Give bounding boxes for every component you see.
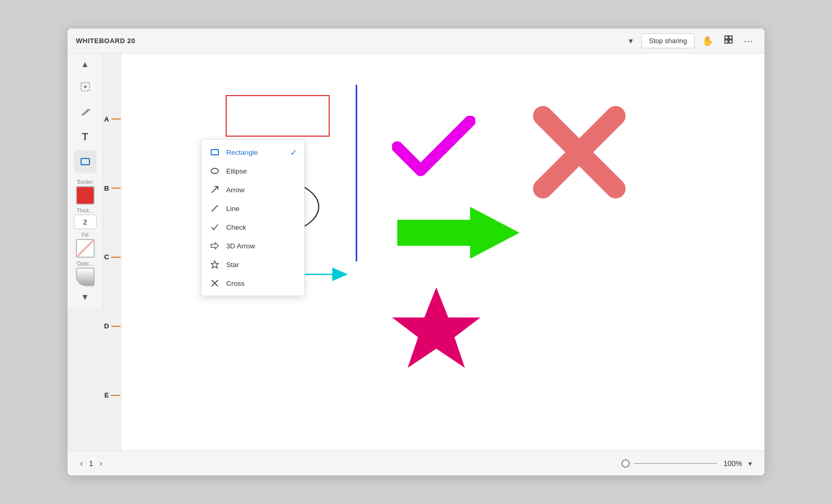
page-navigation: ‹ 1 ›	[80, 459, 102, 468]
fill-color-swatch[interactable]	[76, 239, 95, 258]
shape-checkmark[interactable]	[392, 116, 475, 180]
pen-tool[interactable]	[74, 100, 97, 123]
app-window: WHITEBOARD 20 ▾ Stop sharing ✋ ⋯ ▲	[68, 29, 764, 475]
dropdown-item-arrow[interactable]: Arrow	[201, 180, 304, 199]
label-e-line	[111, 395, 120, 396]
opacity-swatch[interactable]	[76, 268, 95, 286]
check-icon	[210, 222, 220, 232]
text-tool[interactable]: T	[74, 125, 97, 148]
label-e-row: E	[105, 391, 121, 399]
svg-line-16	[212, 187, 218, 193]
dropdown-item-rectangle[interactable]: Rectangle ✓	[201, 143, 304, 162]
canvas-content: Rectangle ✓ Ellipse	[122, 54, 764, 450]
dropdown-item-star[interactable]: Star	[201, 255, 304, 274]
tools-panel: ▲ T	[68, 54, 103, 308]
svg-marker-19	[211, 261, 218, 268]
svg-point-5	[84, 86, 86, 88]
rectangle-icon	[210, 147, 220, 157]
shape-rectangle[interactable]	[226, 95, 330, 137]
zoom-dropdown-button[interactable]: ▾	[748, 459, 752, 468]
star-icon	[210, 259, 220, 270]
rectangle-label: Rectangle	[226, 149, 258, 156]
svg-rect-1	[729, 36, 732, 39]
label-c-row: C	[104, 253, 120, 261]
label-a-row: A	[104, 115, 120, 123]
svg-rect-14	[211, 150, 218, 155]
title-bar: WHITEBOARD 20 ▾ Stop sharing ✋ ⋯	[68, 29, 764, 54]
label-c: C	[104, 253, 109, 261]
dropdown-item-cross[interactable]: Cross	[201, 274, 304, 293]
sidebar: ▲ T	[68, 54, 103, 450]
svg-marker-18	[211, 243, 218, 249]
fill-label: Fill	[82, 232, 88, 238]
check-label: Check	[226, 223, 246, 231]
prev-page-button[interactable]: ‹	[80, 459, 83, 468]
shape-vertical-line[interactable]	[356, 85, 357, 261]
more-options-button[interactable]: ⋯	[740, 33, 756, 49]
3d-arrow-label: 3D Arrow	[226, 242, 255, 250]
dropdown-item-line[interactable]: Line	[201, 199, 304, 218]
hand-tool-button[interactable]: ✋	[699, 33, 717, 49]
svg-marker-10	[397, 207, 519, 259]
whiteboard-title: WHITEBOARD 20	[76, 37, 625, 45]
dropdown-item-3d-arrow[interactable]: 3D Arrow	[201, 236, 304, 255]
label-a: A	[104, 115, 109, 123]
label-d-row: D	[104, 322, 120, 330]
cross-icon	[210, 278, 220, 288]
canvas-area[interactable]: Rectangle ✓ Ellipse	[122, 54, 764, 450]
svg-rect-7	[81, 158, 89, 165]
chevron-down-button[interactable]: ▾	[625, 34, 637, 48]
dropdown-item-check[interactable]: Check	[201, 218, 304, 236]
shape-cross[interactable]	[532, 105, 626, 201]
3d-arrow-icon	[210, 241, 220, 251]
border-label: Border	[77, 179, 93, 185]
svg-line-17	[212, 205, 218, 211]
label-b-row: B	[104, 184, 120, 192]
arrow-icon	[210, 184, 220, 195]
shape-tool[interactable]	[74, 150, 97, 173]
thickness-input[interactable]: 2	[74, 215, 97, 229]
svg-point-15	[211, 168, 218, 174]
zoom-level: 100%	[723, 459, 742, 468]
select-tool[interactable]	[74, 75, 97, 98]
sidebar-scroll-down[interactable]: ▼	[79, 290, 92, 304]
svg-rect-0	[725, 36, 728, 39]
shape-star[interactable]	[387, 282, 486, 373]
thick-label: Thick...	[76, 208, 93, 214]
svg-marker-9	[332, 268, 348, 281]
opacity-label: Opac...	[76, 261, 93, 267]
shape-green-arrow[interactable]	[397, 204, 522, 263]
property-panel: Border Thick... 2 Fill Opac...	[68, 175, 103, 288]
next-page-button[interactable]: ›	[99, 459, 102, 468]
label-b-line	[111, 188, 121, 189]
selected-checkmark: ✓	[290, 148, 297, 157]
dropdown-item-ellipse[interactable]: Ellipse	[201, 162, 304, 180]
ellipse-label: Ellipse	[226, 167, 247, 175]
fullscreen-button[interactable]	[721, 33, 736, 49]
side-labels-panel: A B C D E	[103, 54, 122, 450]
cross-label: Cross	[226, 280, 244, 287]
border-color-swatch[interactable]	[76, 186, 95, 205]
page-number: 1	[89, 459, 93, 468]
shape-dropdown-menu: Rectangle ✓ Ellipse	[201, 139, 305, 296]
arrow-label: Arrow	[226, 186, 244, 194]
label-d: D	[104, 322, 109, 330]
line-icon	[210, 203, 220, 214]
line-label: Line	[226, 205, 240, 213]
zoom-track	[634, 463, 717, 464]
sidebar-scroll-up[interactable]: ▲	[79, 58, 92, 71]
zoom-handle[interactable]	[621, 459, 630, 468]
label-b: B	[104, 184, 109, 192]
label-e: E	[105, 391, 109, 399]
star-label: Star	[226, 261, 239, 269]
ellipse-icon	[210, 166, 220, 176]
zoom-area: 100% ▾	[621, 459, 752, 468]
stop-sharing-button[interactable]: Stop sharing	[641, 33, 695, 48]
zoom-slider[interactable]	[621, 459, 717, 468]
label-d-line	[111, 326, 121, 327]
title-bar-controls: ▾ Stop sharing ✋ ⋯	[625, 33, 756, 49]
svg-rect-3	[729, 40, 732, 43]
svg-marker-11	[392, 287, 480, 368]
svg-rect-2	[725, 40, 728, 43]
main-area: ▲ T	[68, 54, 764, 450]
